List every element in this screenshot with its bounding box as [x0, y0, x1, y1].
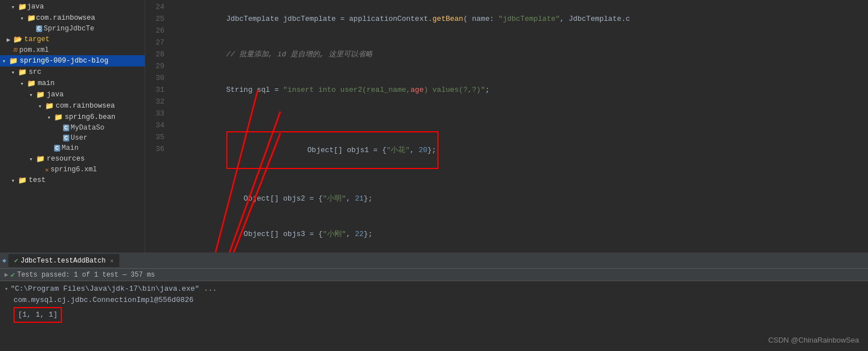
expand-arrow: ▾ — [36, 103, 44, 110]
tree-label: src — [29, 68, 42, 76]
console-line-1: ▾ "C:\Program Files\Java\jdk-17\bin\java… — [5, 283, 863, 295]
tree-label: User — [71, 134, 88, 142]
tree-label: Main — [62, 144, 79, 152]
tree-label: java — [27, 3, 44, 11]
console-line-2: com.mysql.cj.jdbc.ConnectionImpl@556d082… — [5, 295, 863, 306]
sidebar-item-spring6-009[interactable]: ▾ 📁 spring6-009-jdbc-blog — [0, 55, 145, 66]
code-overlay-container: 24 25 26 27 28 29 30 31 32 33 34 35 36 — [145, 0, 868, 252]
sidebar-item-mydataso[interactable]: C MyDataSo — [0, 123, 145, 133]
console-text: "C:\Program Files\Java\jdk-17\bin\java.e… — [11, 283, 217, 295]
folder-src-icon: 📁 — [18, 68, 27, 77]
console-output: ▾ "C:\Program Files\Java\jdk-17\bin\java… — [0, 281, 868, 351]
expand-arrow: ▾ — [18, 15, 26, 22]
code-token: "jdbcTemplate" — [498, 15, 560, 23]
sidebar-item-java2[interactable]: ▾ 📁 java — [0, 89, 145, 100]
code-token: 21 — [355, 194, 364, 203]
folder-icon: 📁 — [45, 101, 54, 110]
expand-arrow: ▾ — [45, 114, 53, 121]
code-token: age — [410, 86, 423, 94]
code-token: , — [346, 194, 355, 203]
code-line-27 — [169, 108, 868, 119]
expand-arrow: ▾ — [9, 3, 17, 11]
java-icon: C — [54, 145, 60, 152]
console-line-3: [1, 1, 1] — [5, 306, 863, 323]
folder-icon: 📁 — [36, 90, 45, 99]
tree-label: com.rainbowsea — [56, 102, 115, 110]
sidebar-item-resources[interactable]: ▾ 📁 resources — [0, 153, 145, 165]
code-token: JdbcTemplate jdbcTemplate = applicationC… — [226, 15, 433, 23]
tree-label: java — [47, 91, 64, 99]
sidebar-item-target[interactable]: ▶ 📂 target — [0, 34, 145, 45]
folder-icon: 📂 — [14, 35, 23, 44]
tree-label: com.rainbowsea — [36, 14, 95, 22]
sidebar-item-spring6-xml[interactable]: ✕ spring6.xml — [0, 165, 145, 175]
code-token: "小花" — [386, 146, 410, 154]
code-line-25: // 批量添加, id 是自增的, 这里可以省略 — [169, 37, 868, 72]
sidebar-item-user[interactable]: C User — [0, 133, 145, 143]
sidebar: ▾ 📁 java ▾ 📁 com.rainbowsea C SpringJdbc… — [0, 0, 145, 252]
folder-icon: 📁 — [54, 113, 63, 122]
tree-label: resources — [47, 155, 85, 163]
sidebar-item-pom-xml[interactable]: m pom.xml — [0, 45, 145, 55]
sidebar-item-main[interactable]: ▾ 📁 main — [0, 78, 145, 89]
console-text: com.mysql.cj.jdbc.ConnectionImpl@556d082… — [14, 295, 194, 306]
pass-icon: ✔ — [11, 270, 15, 279]
code-line-24: JdbcTemplate jdbcTemplate = applicationC… — [169, 1, 868, 37]
tab-close-icon[interactable]: ✕ — [110, 257, 114, 264]
expand-arrow: ▾ — [0, 57, 8, 65]
expand-arrow: ▾ — [27, 91, 35, 99]
bottom-tabs: ◆ ✔ JdbcTest.testAddBatch ✕ — [0, 253, 868, 269]
sidebar-item-java[interactable]: ▾ 📁 java — [0, 1, 145, 12]
code-token: , — [346, 230, 355, 238]
check-icon: ✔ — [14, 256, 18, 265]
sidebar-item-springjdbcte[interactable]: C SpringJdbcTe — [0, 24, 145, 34]
editor-area: 24 25 26 27 28 29 30 31 32 33 34 35 36 — [145, 0, 868, 252]
code-token: 22 — [355, 230, 364, 238]
folder-icon: 📁 — [36, 154, 45, 163]
expand-icon: ▾ — [5, 283, 8, 295]
sidebar-item-main-class[interactable]: C Main — [0, 143, 145, 153]
code-token: , JdbcTemplate.c — [560, 15, 630, 23]
bottom-tab-jdbctest[interactable]: ✔ JdbcTest.testAddBatch ✕ — [8, 254, 119, 267]
folder-icon: 📁 — [27, 14, 36, 23]
code-token: "小明" — [323, 194, 346, 203]
tab-label: JdbcTest.testAddBatch — [20, 257, 105, 265]
code-token: 20 — [419, 146, 428, 154]
code-token: ) values(?,?)" — [424, 86, 485, 94]
code-token: , — [410, 146, 419, 154]
java-icon: C — [36, 25, 42, 32]
code-token: }; — [364, 230, 373, 238]
code-line-29: Object[] objs2 = {"小明", 21}; — [169, 181, 868, 216]
watermark: CSDN @ChinaRainbowSea — [768, 336, 859, 344]
code-line-31: 插入这条记录，产生了一条记录的影响。 — [169, 252, 868, 252]
folder-icon: 📁 — [27, 79, 36, 88]
tree-label: MyDataSo — [71, 124, 105, 132]
sidebar-item-com-rainbowsea2[interactable]: ▾ 📁 com.rainbowsea — [0, 100, 145, 112]
annotated-box: Object[] objs1 = {"小花", 20}; — [226, 131, 439, 169]
expand-arrow: ▾ — [9, 177, 17, 184]
code-token: Object[] objs3 = { — [226, 230, 323, 238]
code-token: }; — [364, 194, 373, 203]
code-line-26: String sql = "insert into user2(real_nam… — [169, 72, 868, 108]
code-token: Object[] objs2 = { — [226, 194, 323, 203]
java-icon: C — [63, 135, 69, 141]
tree-label: spring6.bean — [65, 113, 115, 121]
tree-label: main — [38, 79, 55, 87]
main-area: ▾ 📁 java ▾ 📁 com.rainbowsea C SpringJdbc… — [0, 0, 868, 252]
run-expand-icon: ▶ — [5, 271, 8, 278]
code-container: 24 25 26 27 28 29 30 31 32 33 34 35 36 — [145, 0, 868, 252]
sidebar-item-src[interactable]: ▾ 📁 src — [0, 66, 145, 78]
run-tab-arrow: ◆ — [2, 256, 6, 265]
java-icon: C — [63, 125, 69, 131]
code-lines: JdbcTemplate jdbcTemplate = applicationC… — [169, 0, 868, 252]
tree-label: test — [29, 176, 46, 184]
result-box: [1, 1, 1] — [14, 307, 62, 323]
sidebar-item-com-rainbowsea[interactable]: ▾ 📁 com.rainbowsea — [0, 12, 145, 24]
code-line-30: Object[] objs3 = {"小刚", 22}; — [169, 216, 868, 252]
code-token: ; — [485, 86, 490, 94]
code-token: }; — [427, 146, 436, 154]
run-status-text: Tests passed: 1 of 1 test — 357 ms — [17, 271, 155, 279]
sidebar-item-test[interactable]: ▾ 📁 test — [0, 175, 145, 186]
tree-label: SpringJdbcTe — [44, 25, 95, 33]
sidebar-item-spring6-bean[interactable]: ▾ 📁 spring6.bean — [0, 112, 145, 123]
